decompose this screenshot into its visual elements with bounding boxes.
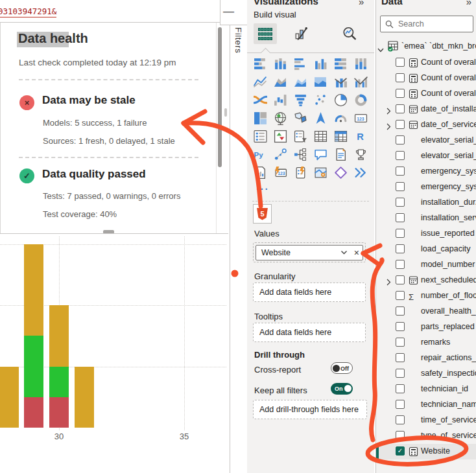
cross-report-toggle[interactable]: Off xyxy=(331,362,353,374)
get-more-visuals-button[interactable]: ... xyxy=(256,181,270,192)
field-checkbox[interactable] xyxy=(396,89,405,98)
field-label[interactable]: emergency_syst... xyxy=(421,167,476,176)
field-label[interactable]: next_scheduled... xyxy=(421,275,476,284)
field-row[interactable]: Count of overal... xyxy=(376,86,476,102)
visual-icon-area-chart[interactable] xyxy=(274,75,287,89)
chevron-down-icon[interactable] xyxy=(337,248,351,257)
field-checkbox[interactable] xyxy=(396,151,405,160)
visual-icon-clustered-column-chart[interactable] xyxy=(314,57,327,71)
table-label[interactable]: `emea` `dbt_mkn_bron.. xyxy=(401,41,476,51)
visual-icon-map[interactable] xyxy=(274,111,287,125)
field-label[interactable]: technician_id xyxy=(421,384,468,393)
field-checkbox[interactable] xyxy=(396,369,405,378)
visual-icon-card[interactable]: 123 xyxy=(354,111,368,125)
visual-icon-100-stacked-area-chart[interactable] xyxy=(314,75,327,89)
field-checkbox[interactable] xyxy=(396,291,405,300)
values-field-well[interactable]: Website × xyxy=(253,242,366,262)
visual-icon-q-and-a[interactable] xyxy=(314,148,327,161)
field-label[interactable]: elevator_serial_... xyxy=(421,151,476,160)
visual-icon-power-apps[interactable] xyxy=(334,166,348,179)
keep-all-filters-toggle[interactable]: On xyxy=(331,383,353,395)
bar-segment-green[interactable] xyxy=(24,336,43,397)
field-label[interactable]: time_of_service xyxy=(421,415,476,424)
granularity-field-well[interactable]: Add data fields here xyxy=(253,283,366,302)
field-row[interactable]: installation_dur... xyxy=(376,195,476,211)
visual-icon-new-card[interactable]: 123 xyxy=(274,166,287,179)
field-label[interactable]: installation_dur... xyxy=(421,198,476,207)
visual-icon-line-and-clustered-column-chart[interactable] xyxy=(354,75,368,89)
field-label[interactable]: load_capacity xyxy=(421,244,470,253)
url-fragment-text[interactable]: 03103947291& xyxy=(0,6,56,17)
visual-icon-matrix[interactable] xyxy=(334,130,348,143)
field-row[interactable]: remarks xyxy=(376,335,476,351)
minimize-icon[interactable]: — xyxy=(223,5,234,18)
field-label[interactable]: issue_reported xyxy=(421,229,475,238)
field-label[interactable]: technician_name xyxy=(421,400,476,409)
field-row[interactable]: next_scheduled... xyxy=(376,273,476,288)
field-label[interactable]: overall_health_c... xyxy=(421,306,476,316)
field-checkbox[interactable] xyxy=(396,431,405,440)
field-label[interactable]: model_number xyxy=(421,260,475,269)
field-checkbox[interactable] xyxy=(396,120,405,129)
field-checkbox[interactable] xyxy=(396,73,405,82)
visual-icon-python-visual[interactable]: Py xyxy=(254,148,267,161)
bar-segment-red[interactable] xyxy=(49,397,69,428)
field-row[interactable]: overall_health_c... xyxy=(376,304,476,319)
tab-format-visual[interactable] xyxy=(294,26,309,44)
field-row-website[interactable]: ✓Website xyxy=(376,444,476,459)
field-label[interactable]: emergency_syst... xyxy=(421,182,476,191)
visual-icon-100-stacked-column-chart[interactable] xyxy=(354,57,368,71)
field-row[interactable]: installation_serv... xyxy=(376,211,476,226)
visual-icon-line-chart[interactable] xyxy=(254,75,267,89)
field-checkbox[interactable] xyxy=(396,182,405,191)
field-label[interactable]: remarks xyxy=(421,338,450,347)
visual-icon-clustered-bar-chart[interactable] xyxy=(294,57,307,71)
visual-icon-key-influencers[interactable] xyxy=(274,148,287,161)
visual-icon-ribbon-chart[interactable] xyxy=(254,93,267,107)
field-checkbox[interactable] xyxy=(396,338,405,347)
visual-icon-treemap[interactable] xyxy=(254,111,267,125)
field-label[interactable]: elevator_serial_... xyxy=(421,135,476,144)
field-row[interactable]: time_of_service xyxy=(376,413,476,428)
field-label[interactable]: repair_actions_t... xyxy=(421,353,476,362)
visual-icon-waterfall-chart[interactable] xyxy=(274,93,287,107)
field-checkbox[interactable] xyxy=(396,322,405,331)
field-checkbox[interactable] xyxy=(396,400,405,409)
tab-analytics[interactable] xyxy=(342,26,357,44)
field-label[interactable]: Count of overal... xyxy=(421,58,476,67)
field-row[interactable]: Σnumber_of_floo... xyxy=(376,288,476,304)
field-row[interactable]: date_of_service xyxy=(376,117,476,133)
visual-icon-stacked-area-chart[interactable] xyxy=(294,75,307,89)
search-input[interactable] xyxy=(397,19,464,29)
tab-build-visual[interactable] xyxy=(254,23,277,44)
remove-field-icon[interactable]: × xyxy=(351,248,363,258)
bar-segment-gold[interactable] xyxy=(24,244,43,336)
visual-icon-decomposition-tree[interactable] xyxy=(294,148,307,161)
visual-icon-stacked-column-chart[interactable] xyxy=(274,57,287,71)
visual-icon-filled-map[interactable] xyxy=(294,111,307,125)
field-checkbox[interactable] xyxy=(396,384,405,393)
table-row-root[interactable]: `emea` `dbt_mkn_bron.. xyxy=(376,39,476,54)
visual-icon-slicer[interactable] xyxy=(294,130,307,143)
search-box[interactable] xyxy=(380,16,473,32)
filters-pane-label[interactable]: Filters xyxy=(233,27,243,53)
visual-icon-stacked-bar-chart[interactable] xyxy=(254,57,267,71)
collapse-pane-icon[interactable]: » xyxy=(359,0,364,7)
field-label[interactable]: date_of_installa... xyxy=(421,104,476,113)
visual-icon-gauge[interactable] xyxy=(334,111,348,125)
bar-segment-red[interactable] xyxy=(24,397,43,428)
field-row[interactable]: repair_actions_t... xyxy=(376,351,476,366)
field-row[interactable]: technician_name xyxy=(376,397,476,413)
chevron-right-icon[interactable] xyxy=(387,277,391,288)
visual-icon-new-slicer[interactable] xyxy=(294,166,307,179)
field-row[interactable]: emergency_syst... xyxy=(376,164,476,179)
field-row[interactable]: technician_id xyxy=(376,382,476,397)
field-checkbox[interactable] xyxy=(396,135,405,144)
field-row[interactable]: parts_replaced xyxy=(376,319,476,335)
chevron-right-icon[interactable] xyxy=(387,121,391,133)
drill-through-field-well[interactable]: Add drill-through fields here xyxy=(253,400,367,419)
field-row[interactable]: safety_inspectio... xyxy=(376,366,476,382)
field-checkbox[interactable] xyxy=(396,104,405,113)
field-checkbox[interactable] xyxy=(396,275,405,284)
field-label[interactable]: parts_replaced xyxy=(421,322,475,331)
